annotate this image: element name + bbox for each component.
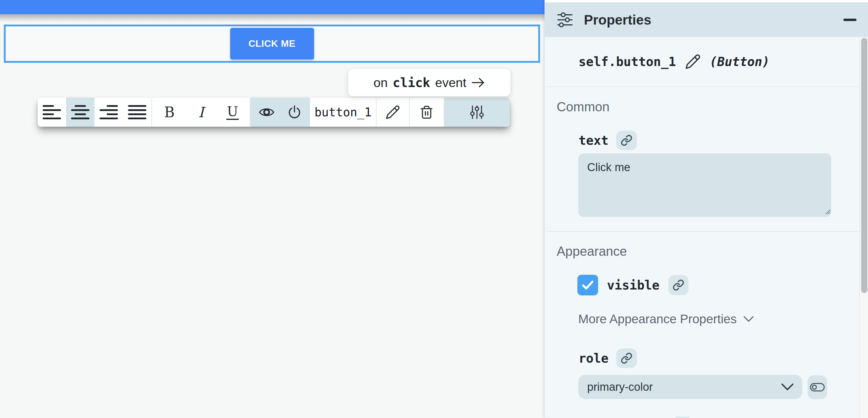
trash-icon xyxy=(420,105,434,120)
checkmark-icon xyxy=(580,278,595,292)
properties-panel-header: Properties xyxy=(545,2,868,37)
bind-role-button[interactable] xyxy=(616,348,637,368)
component-name-field[interactable]: button_1 xyxy=(310,98,376,127)
component-reference-row: self.button_1 (Button) xyxy=(579,52,770,71)
align-center-button[interactable] xyxy=(66,98,94,127)
section-divider xyxy=(547,231,860,232)
collapse-panel-button[interactable] xyxy=(843,19,857,21)
align-right-button[interactable] xyxy=(94,98,123,127)
properties-panel: Properties self.button_1 (Button) Common… xyxy=(545,0,868,418)
bold-icon: B xyxy=(164,104,175,121)
align-center-icon xyxy=(71,105,90,119)
role-select[interactable]: primary-color xyxy=(578,375,802,399)
title-bar-shadow xyxy=(0,14,545,22)
role-toggle-mode-button[interactable] xyxy=(808,375,827,399)
app-builder-window: CLICK ME on click event xyxy=(0,0,868,418)
properties-sliders-icon xyxy=(557,12,573,27)
chevron-down-icon xyxy=(781,383,794,391)
bold-button[interactable]: B xyxy=(152,98,187,127)
more-appearance-properties-link[interactable]: More Appearance Properties xyxy=(578,312,754,326)
bind-text-button[interactable] xyxy=(616,131,637,150)
rename-pencil-icon[interactable] xyxy=(685,54,701,70)
panel-title: Properties xyxy=(584,12,651,28)
common-section-heading: Common xyxy=(557,99,610,114)
section-divider xyxy=(547,87,860,87)
appearance-section-heading: Appearance xyxy=(557,244,627,259)
align-justify-icon xyxy=(128,105,146,119)
delete-button[interactable] xyxy=(410,98,444,127)
toggle-switch-icon xyxy=(810,382,825,392)
rename-button[interactable] xyxy=(376,98,409,127)
arrow-right-icon xyxy=(471,77,485,88)
link-icon xyxy=(673,279,684,291)
link-icon xyxy=(621,134,632,146)
visible-property-row: visible xyxy=(578,275,688,295)
text-property-label: text xyxy=(579,133,609,148)
panel-scrollbar-thumb[interactable] xyxy=(861,38,867,293)
event-word-event: event xyxy=(435,75,466,90)
align-left-icon xyxy=(43,105,61,119)
visible-property-label: visible xyxy=(607,278,659,292)
sliders-icon xyxy=(470,105,484,120)
component-type: (Button) xyxy=(710,55,770,69)
role-selected-value: primary-color xyxy=(587,381,653,393)
on-click-event-popup[interactable]: on click event xyxy=(348,69,510,96)
more-appearance-label: More Appearance Properties xyxy=(578,312,737,326)
role-property-row: role xyxy=(579,348,637,368)
canvas-button-component[interactable]: CLICK ME xyxy=(230,28,314,60)
italic-icon: I xyxy=(198,104,204,121)
visibility-enabled-group xyxy=(250,98,310,127)
pencil-icon xyxy=(385,105,400,120)
selected-container-outline[interactable]: CLICK ME xyxy=(4,25,540,63)
align-justify-button[interactable] xyxy=(123,98,151,127)
text-property-row: text xyxy=(579,130,637,150)
all-properties-button[interactable] xyxy=(444,98,510,127)
design-canvas[interactable]: CLICK ME on click event xyxy=(0,0,545,418)
underline-icon: U xyxy=(226,104,239,120)
align-right-icon xyxy=(99,105,118,119)
enabled-power-icon[interactable] xyxy=(288,105,301,120)
align-left-button[interactable] xyxy=(38,98,66,127)
app-title-bar xyxy=(0,0,545,14)
italic-button[interactable]: I xyxy=(187,98,215,127)
component-toolbar: B I U xyxy=(38,98,510,127)
next-property-link-pill xyxy=(673,417,692,418)
link-icon xyxy=(621,352,632,364)
underline-button[interactable]: U xyxy=(215,98,250,127)
component-ref: self.button_1 xyxy=(579,55,676,69)
visible-checkbox[interactable] xyxy=(578,275,598,295)
text-property-input[interactable]: Click me xyxy=(578,153,831,217)
event-name: click xyxy=(393,75,430,90)
role-property-label: role xyxy=(579,351,609,365)
visible-eye-icon[interactable] xyxy=(259,106,275,119)
panel-top-strip xyxy=(545,0,868,2)
chevron-down-icon xyxy=(743,316,754,322)
event-word-on: on xyxy=(374,75,388,90)
panel-scrollbar-track xyxy=(860,37,868,418)
bind-visible-button[interactable] xyxy=(668,275,688,295)
